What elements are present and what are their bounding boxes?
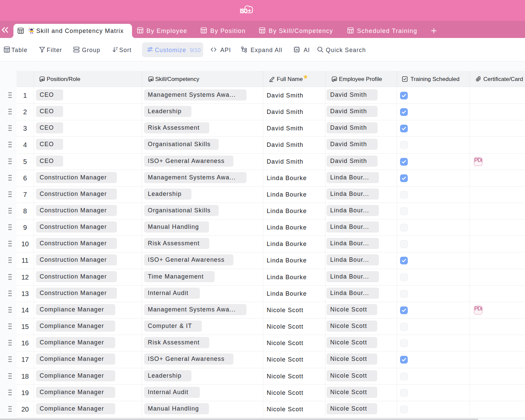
svg-text:iSO: iSO: [240, 8, 248, 14]
svg-text:AI: AI: [295, 48, 298, 51]
